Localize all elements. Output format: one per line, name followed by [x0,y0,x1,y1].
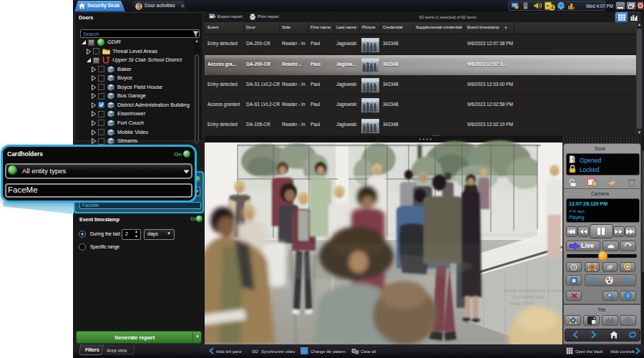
svg-text:4: 4 [551,5,554,10]
svg-text:i: i [627,292,628,299]
